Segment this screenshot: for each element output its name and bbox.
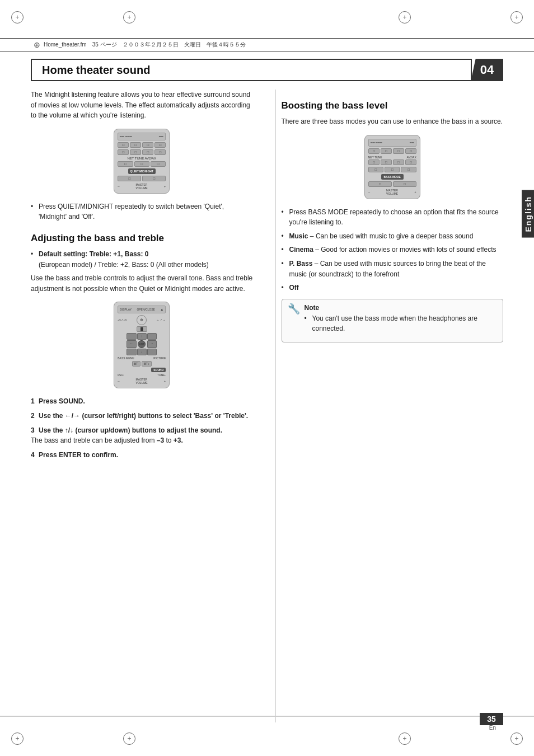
left-column: The Midnight listening feature allows yo… <box>31 90 259 722</box>
remote-btn-b1: □ <box>118 176 141 181</box>
remote-bt1: BT- <box>132 361 141 367</box>
remote-btn-7: □ <box>142 149 153 155</box>
right-column: Boosting the bass level There are three … <box>275 90 504 722</box>
step-3-sub: The bass and treble can be adjusted from… <box>31 436 183 444</box>
step-1-num: 1 <box>31 397 35 405</box>
mode-cinema-name: Cinema <box>289 246 313 253</box>
remote-btn-3: □ <box>142 142 153 148</box>
remote-vol-label: MASTERVOLUME <box>136 183 148 190</box>
mode-music-desc: Can be used with music to give a deeper … <box>316 232 474 240</box>
remote-btn-4: □ <box>154 142 166 148</box>
step-2-num: 2 <box>31 412 35 420</box>
remote-bass-bottom-row: □ □ <box>368 181 416 187</box>
remote-tune: TUNE- <box>157 373 166 377</box>
remote-tune-row: REC TUNE- <box>118 373 166 377</box>
note-content: Note You can't use the bass mode when th… <box>305 304 498 337</box>
remote-btn-8: □ <box>154 149 166 155</box>
main-content: The Midnight listening feature allows yo… <box>31 90 503 722</box>
chapter-number: 04 <box>471 59 503 81</box>
remote-bass-bot-2: □ <box>393 181 416 187</box>
remote-bass-num-2: □ <box>385 167 400 172</box>
quiet-bullet: Press QUIET/MIDNIGHT repeatedly to switc… <box>31 201 253 222</box>
remote-bass-menu: BASS MENU <box>118 356 134 360</box>
bass-mode-bullet: Press BASS MODE repeatedly to choose an … <box>282 207 504 228</box>
remote-left-container: ━━ ━━━━━ □ □ □ □ □ □ □ □ NET TUNE AV2/AX <box>31 129 253 194</box>
english-tab: English <box>522 190 534 238</box>
remote-btn-6: □ <box>130 149 141 155</box>
remote-rec: REC <box>118 373 124 377</box>
remote-vol-plus2: + <box>164 379 166 383</box>
mode-cinema-dash: – <box>315 246 321 253</box>
remote-btn-1: □ <box>118 142 129 148</box>
remote-number-row: □ □ □ <box>118 161 166 167</box>
corner-mark-bl: + <box>11 732 24 745</box>
note-text-content: You can't use the bass mode when the hea… <box>312 314 477 333</box>
remote-num-1: □ <box>118 161 133 167</box>
dpad-empty-br <box>147 349 157 355</box>
remote-bass-mid-3: □ <box>393 159 404 165</box>
chapter-number-text: 04 <box>480 63 494 77</box>
remote-sound-display: DISPLAY OPEN/CLOSE ▲ <box>118 306 166 313</box>
remote-volume-bottom: – MASTERVOLUME + <box>118 378 166 384</box>
remote-bass-num-3: □ <box>401 167 416 172</box>
corner-mark-br: + <box>510 732 523 745</box>
remote-bass-container: ━━ ━━━━━ □ □ □ □ NET TUNEAV2/AX □ □ □ □ <box>282 135 504 199</box>
remote-bass-vol-plus: + <box>414 190 416 194</box>
remote-mid-row1: □ □ □ □ <box>118 149 166 155</box>
note-label: Note <box>305 304 498 312</box>
remote-bass-mid-row: □ □ □ □ <box>368 159 416 165</box>
adjusting-section-heading: Adjusting the bass and treble <box>31 232 253 245</box>
remote-bt2: BT+ <box>142 361 151 367</box>
remote-bass-display: ━━ ━━━━━ <box>368 139 416 147</box>
remote-sound: DISPLAY OPEN/CLOSE ▲ -0 / -0 ⊕ ← / → ▐▌ … <box>114 302 170 388</box>
dpad-empty-tr <box>147 333 157 340</box>
remote-bass-labels: NET TUNEAV2/AX <box>368 156 416 159</box>
step-3: 3 Use the ↑/↓ (cursor up/down) buttons t… <box>31 425 253 445</box>
corner-mark-bm1: + <box>123 732 135 745</box>
remote-bass-num-row: □ □ □ <box>368 167 416 172</box>
chapter-header: Home theater sound 04 <box>31 59 503 81</box>
mode-cinema: Cinema – Good for action movies or movie… <box>282 245 504 255</box>
remote-picture: PICTURE <box>153 356 166 360</box>
corner-mark-bm2: + <box>399 732 411 745</box>
page-number: 35 <box>487 715 496 724</box>
note-text: You can't use the bass mode when the hea… <box>305 313 498 334</box>
dpad-right: → <box>147 340 157 348</box>
top-bar: ⊕ Home_theater.fm 35 ページ ２００３年２月２５日 火曜日 … <box>0 38 534 51</box>
remote-bass-btn-2: □ <box>381 148 392 154</box>
remote-label-row: NET TUNE AV2/AX <box>118 157 166 160</box>
remote-bass-vol-label: MASTERVOLUME <box>386 189 398 195</box>
bass-mode-area: BASS MODE <box>368 174 416 180</box>
dpad-down: ↓ <box>137 349 147 355</box>
corner-mark-tm1: + <box>123 11 135 24</box>
use-bass-treble: Use the bass and treble controls to adju… <box>31 273 253 294</box>
remote-bass-mid-4: □ <box>405 159 416 165</box>
quiet-bullet-text: Press QUIET/MIDNIGHT repeatedly to switc… <box>39 203 224 221</box>
remote-vol-label2: MASTERVOLUME <box>136 378 148 384</box>
remote-num-2: □ <box>134 161 149 167</box>
corner-mark-tr: + <box>510 11 523 24</box>
step-3-num: 3 <box>31 426 35 434</box>
note-icon: 🔧 <box>288 304 300 314</box>
remote-top-row: □ □ □ □ <box>118 142 166 148</box>
remote-bass-num-1: □ <box>368 167 383 172</box>
remote-num-3: □ <box>151 161 166 167</box>
mode-pbass-name: P. Bass <box>289 260 313 267</box>
english-tab-text: English <box>524 196 533 232</box>
boosting-intro: There are three bass modes you can use t… <box>282 116 504 127</box>
dpad-left: ← <box>127 340 136 348</box>
remote-bottom-row: □ □ <box>118 176 166 181</box>
remote-bass: ━━ ━━━━━ □ □ □ □ NET TUNEAV2/AX □ □ □ □ <box>364 135 420 199</box>
page-en-text: En <box>489 725 496 731</box>
step-3-text: Use the ↑/↓ (cursor up/down) buttons to … <box>39 426 222 434</box>
mode-music-dash: – <box>310 232 316 240</box>
step-2: 2 Use the ←/→ (cursor left/right) button… <box>31 411 253 421</box>
remote-bass-mid-1: □ <box>368 159 380 165</box>
remote-bass-btn-3: □ <box>393 148 404 154</box>
mode-music-name: Music <box>289 232 308 240</box>
intro-paragraph: The Midnight listening feature allows yo… <box>31 90 253 121</box>
remote-vol-minus: – <box>118 185 119 188</box>
bass-mode-btn: BASS MODE <box>381 174 404 180</box>
mode-pbass: P. Bass – Can be used with music sources… <box>282 259 504 279</box>
bass-mode-bullet-text: Press BASS MODE repeatedly to choose an … <box>289 208 499 227</box>
